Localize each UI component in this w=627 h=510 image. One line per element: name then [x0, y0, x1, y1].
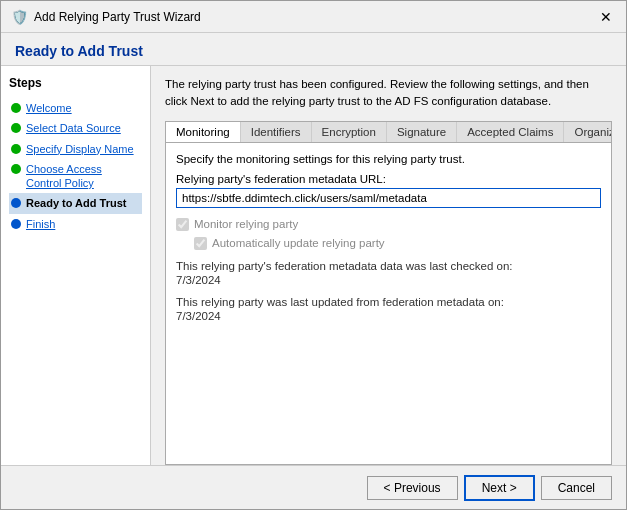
auto-update-label: Automatically update relying party	[212, 237, 385, 249]
sidebar: Steps Welcome Select Data Source Specify…	[1, 66, 151, 465]
monitor-checkbox-row: Monitor relying party	[176, 218, 601, 231]
dialog-window: 🛡️ Add Relying Party Trust Wizard ✕ Read…	[0, 0, 627, 510]
previous-button[interactable]: < Previous	[367, 476, 458, 500]
tab-monitoring[interactable]: Monitoring	[166, 122, 241, 143]
step-dot-access-control	[11, 164, 21, 174]
sidebar-label-welcome: Welcome	[26, 101, 72, 115]
sidebar-label-select-data: Select Data Source	[26, 121, 121, 135]
dialog-footer: < Previous Next > Cancel	[1, 465, 626, 509]
tab-accepted-claims[interactable]: Accepted Claims	[457, 122, 564, 142]
dialog-header: Ready to Add Trust	[1, 33, 626, 66]
sidebar-title: Steps	[9, 76, 142, 90]
sidebar-label-display-name: Specify Display Name	[26, 142, 134, 156]
step-dot-welcome	[11, 103, 21, 113]
tab-encryption[interactable]: Encryption	[312, 122, 387, 142]
step-dot-display-name	[11, 144, 21, 154]
monitoring-description: Specify the monitoring settings for this…	[176, 153, 601, 165]
last-checked-text: This relying party's federation metadata…	[176, 260, 601, 272]
tab-signature[interactable]: Signature	[387, 122, 457, 142]
sidebar-item-finish[interactable]: Finish	[9, 214, 142, 234]
tab-container: Monitoring Identifiers Encryption Signat…	[165, 121, 612, 466]
monitor-label: Monitor relying party	[194, 218, 298, 230]
sidebar-label-finish: Finish	[26, 217, 55, 231]
step-dot-ready	[11, 198, 21, 208]
title-bar-left: 🛡️ Add Relying Party Trust Wizard	[11, 9, 201, 25]
title-bar-text: Add Relying Party Trust Wizard	[34, 10, 201, 24]
sidebar-item-display-name[interactable]: Specify Display Name	[9, 139, 142, 159]
last-checked-block: This relying party's federation metadata…	[176, 260, 601, 286]
url-field-label: Relying party's federation metadata URL:	[176, 173, 601, 185]
tab-identifiers[interactable]: Identifiers	[241, 122, 312, 142]
tab-organization[interactable]: Organization	[564, 122, 611, 142]
sidebar-item-access-control[interactable]: Choose Access Control Policy	[9, 159, 142, 194]
step-dot-finish	[11, 219, 21, 229]
title-bar: 🛡️ Add Relying Party Trust Wizard ✕	[1, 1, 626, 33]
dialog-title: Ready to Add Trust	[15, 43, 612, 59]
last-updated-block: This relying party was last updated from…	[176, 296, 601, 322]
last-checked-date: 7/3/2024	[176, 274, 601, 286]
close-button[interactable]: ✕	[596, 7, 616, 27]
next-button[interactable]: Next >	[464, 475, 535, 501]
sidebar-item-ready[interactable]: Ready to Add Trust	[9, 193, 142, 213]
auto-update-checkbox-row: Automatically update relying party	[194, 237, 601, 250]
main-content: The relying party trust has been configu…	[151, 66, 626, 465]
sidebar-item-select-data[interactable]: Select Data Source	[9, 118, 142, 138]
cancel-button[interactable]: Cancel	[541, 476, 612, 500]
dialog-body: Steps Welcome Select Data Source Specify…	[1, 66, 626, 465]
monitor-checkbox[interactable]	[176, 218, 189, 231]
auto-update-checkbox[interactable]	[194, 237, 207, 250]
intro-text: The relying party trust has been configu…	[165, 76, 612, 111]
sidebar-item-welcome[interactable]: Welcome	[9, 98, 142, 118]
step-dot-select-data	[11, 123, 21, 133]
sidebar-label-access-control: Choose Access Control Policy	[26, 162, 140, 191]
tabs-bar: Monitoring Identifiers Encryption Signat…	[166, 122, 611, 143]
last-updated-text: This relying party was last updated from…	[176, 296, 601, 308]
sidebar-label-ready: Ready to Add Trust	[26, 196, 126, 210]
federation-metadata-url-input[interactable]	[176, 188, 601, 208]
tab-content-monitoring: Specify the monitoring settings for this…	[166, 143, 611, 465]
last-updated-date: 7/3/2024	[176, 310, 601, 322]
dialog-icon: 🛡️	[11, 9, 28, 25]
